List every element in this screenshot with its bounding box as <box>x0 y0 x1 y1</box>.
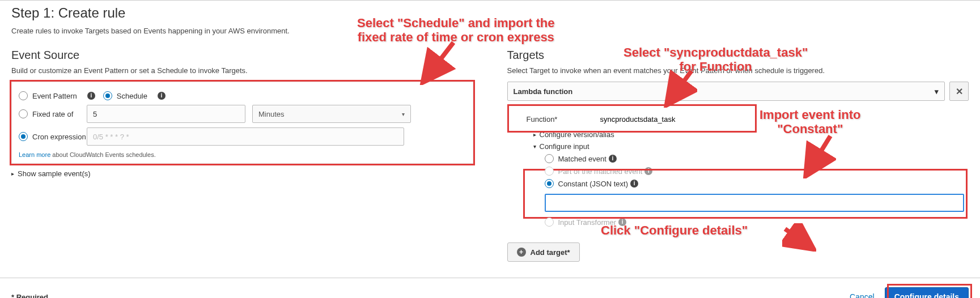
caret-down-icon: ▾ <box>935 87 939 96</box>
part-matched-radio[interactable] <box>545 167 554 176</box>
schedule-radio[interactable] <box>103 91 112 100</box>
add-target-button[interactable]: + Add target* <box>507 242 580 262</box>
close-icon: ✕ <box>956 86 963 97</box>
configure-input-toggle[interactable]: ▾ Configure input <box>527 142 965 151</box>
triangle-right-icon: ▸ <box>533 131 536 138</box>
remove-target-button[interactable]: ✕ <box>949 82 969 101</box>
constant-json-input[interactable] <box>545 194 965 212</box>
event-source-panel: Event Pattern i Schedule i Fixed rate of <box>11 82 473 164</box>
function-label: Function* <box>527 115 600 124</box>
targets-subheading: Select Target to invoke when an event ma… <box>507 66 969 75</box>
info-icon[interactable]: i <box>630 180 638 188</box>
configure-version-toggle[interactable]: ▸ Configure version/alias <box>527 130 965 139</box>
input-transformer-label: Input Transformer <box>558 218 617 227</box>
part-matched-label: Part of the matched event <box>558 167 643 176</box>
event-pattern-radio-label: Event Pattern <box>32 92 77 100</box>
info-icon[interactable]: i <box>87 92 95 100</box>
learn-more-hint: about CloudWatch Events schedules. <box>50 151 155 158</box>
page-description: Create rules to invoke Targets based on … <box>11 27 969 35</box>
plus-icon: + <box>517 248 526 257</box>
info-icon[interactable]: i <box>618 218 626 226</box>
fixed-rate-unit-value: Minutes <box>258 110 285 118</box>
configure-version-label: Configure version/alias <box>540 130 614 139</box>
show-sample-events-toggle[interactable]: ▸ Show sample event(s) <box>11 169 473 178</box>
triangle-down-icon: ▾ <box>533 143 536 150</box>
caret-down-icon: ▾ <box>402 111 405 117</box>
cron-radio[interactable] <box>19 132 28 141</box>
event-pattern-radio[interactable] <box>19 91 28 100</box>
constant-json-radio[interactable] <box>545 179 554 188</box>
fixed-rate-label: Fixed rate of <box>32 110 73 118</box>
info-icon[interactable]: i <box>644 167 652 175</box>
info-icon[interactable]: i <box>609 155 617 163</box>
cancel-link[interactable]: Cancel <box>850 292 875 298</box>
target-type-select[interactable]: Lambda function ▾ <box>507 82 945 101</box>
configure-details-button[interactable]: Configure details <box>885 287 969 298</box>
cron-expression-input[interactable] <box>87 127 404 146</box>
target-type-value: Lambda function <box>514 87 573 96</box>
show-sample-events-label: Show sample event(s) <box>18 169 91 178</box>
fixed-rate-value-input[interactable] <box>87 105 245 123</box>
triangle-right-icon: ▸ <box>11 171 14 177</box>
fixed-rate-radio[interactable] <box>19 109 28 118</box>
targets-heading: Targets <box>507 49 969 62</box>
matched-event-label: Matched event <box>558 155 606 163</box>
add-target-label: Add target* <box>531 248 570 257</box>
cron-label: Cron expression <box>32 133 86 141</box>
schedule-radio-label: Schedule <box>117 92 147 100</box>
constant-json-label: Constant (JSON text) <box>558 180 629 188</box>
info-icon[interactable]: i <box>158 92 166 100</box>
configure-input-label: Configure input <box>540 142 589 151</box>
function-value-input[interactable] <box>600 111 748 127</box>
matched-event-radio[interactable] <box>545 154 554 163</box>
fixed-rate-unit-select[interactable]: Minutes ▾ <box>252 105 411 123</box>
event-source-heading: Event Source <box>11 49 473 62</box>
required-note: * Required <box>11 293 48 299</box>
input-transformer-radio[interactable] <box>545 218 554 227</box>
event-source-subheading: Build or customize an Event Pattern or s… <box>11 66 473 75</box>
learn-more-link[interactable]: Learn more <box>19 151 50 158</box>
page-title: Step 1: Create rule <box>11 5 969 21</box>
